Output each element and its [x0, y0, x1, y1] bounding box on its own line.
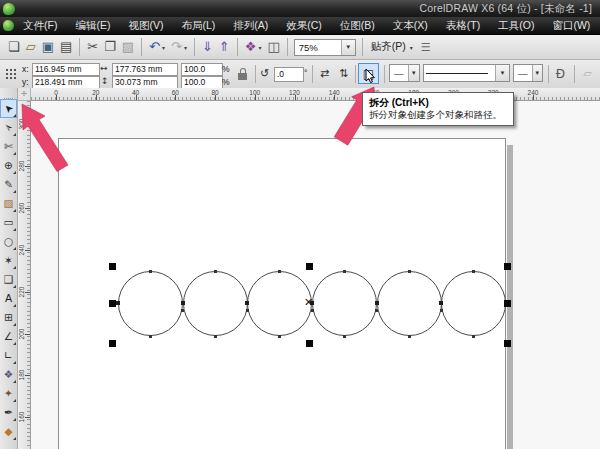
outline-style-select[interactable]: ▼	[423, 64, 510, 82]
curve-node	[472, 335, 475, 338]
rectangle-tool[interactable]: ▭	[0, 213, 17, 232]
menu-edit[interactable]: 编辑(E)	[66, 17, 119, 34]
chevron-down-icon[interactable]: ▼	[408, 65, 420, 81]
menu-effects[interactable]: 效果(C)	[277, 17, 331, 34]
redo-button[interactable]: ↷▾	[168, 37, 190, 57]
export-button[interactable]: ⇑	[216, 37, 233, 57]
menu-table[interactable]: 表格(T)	[437, 17, 489, 34]
menu-text[interactable]: 文本(X)	[384, 17, 437, 34]
toolbar-separator	[287, 38, 288, 56]
options-button[interactable]: ☰	[417, 41, 435, 54]
dimension-tool[interactable]: ∠	[0, 327, 17, 346]
menu-bitmaps[interactable]: 位图(B)	[331, 17, 384, 34]
menu-bar: 文件(F)编辑(E)视图(V)布局(L)排列(A)效果(C)位图(B)文本(X)…	[0, 17, 600, 35]
mirror-horizontal-button[interactable]: ⇄	[316, 65, 333, 82]
curve-node	[278, 270, 281, 273]
import-button[interactable]: ⇓	[199, 37, 216, 57]
wrap-text-button[interactable]: Ð	[552, 65, 569, 82]
circle-object[interactable]	[377, 271, 442, 336]
redo-dropdown-caret[interactable]: ▾	[184, 44, 187, 51]
circle-object[interactable]	[312, 271, 377, 336]
circle-object[interactable]	[247, 271, 312, 336]
undo-dropdown-caret[interactable]: ▾	[162, 44, 165, 51]
application-launcher-button[interactable]: ❖▾	[242, 37, 265, 57]
save-button[interactable]: ▣	[39, 37, 57, 57]
outline-pen-tool[interactable]: ✒	[0, 403, 17, 422]
chevron-down-icon[interactable]: ▼	[495, 65, 509, 81]
selection-handle[interactable]	[504, 300, 511, 307]
shape-tool[interactable]: ➢	[0, 118, 17, 137]
print-button[interactable]: ▤	[57, 37, 75, 57]
connector-tool[interactable]: ∟	[0, 346, 17, 365]
selection-handle[interactable]	[109, 300, 116, 307]
propbar-separator	[548, 65, 549, 83]
crop-tool[interactable]: ✄	[0, 137, 17, 156]
copy-button[interactable]: ❐	[101, 37, 119, 57]
menu-file[interactable]: 文件(F)	[14, 17, 66, 34]
menu-window[interactable]: 窗口(W)	[543, 17, 599, 34]
v-ruler-tick	[25, 166, 30, 167]
h-ruler-tick	[215, 95, 216, 100]
v-ruler-tick	[25, 334, 30, 335]
pick-tool[interactable]: ➤	[0, 99, 17, 118]
selection-handle[interactable]	[504, 340, 511, 347]
new-document-button[interactable]: ❏	[5, 37, 23, 57]
blend-tool[interactable]: ❖	[0, 365, 17, 384]
selection-handle[interactable]	[306, 340, 313, 347]
curve-node	[472, 270, 475, 273]
break-apart-button[interactable]: ◳	[358, 63, 379, 84]
circle-object[interactable]	[118, 271, 183, 336]
paste-button[interactable]: ▨	[119, 37, 137, 57]
menu-tools[interactable]: 工具(O)	[489, 17, 543, 34]
h-ruler-tick	[56, 95, 57, 100]
ruler-origin-button[interactable]: ✛	[18, 88, 31, 101]
basic-shapes-tool[interactable]: ❑	[0, 270, 17, 289]
text-tool[interactable]: A	[0, 289, 17, 308]
chevron-down-icon[interactable]: ▼	[341, 40, 355, 55]
application-launcher-dropdown-caret[interactable]: ▾	[258, 44, 261, 51]
open-button[interactable]: ▱	[23, 37, 39, 57]
eyedropper-tool[interactable]: ✦	[0, 384, 17, 403]
outline-start-arrow-value: —	[390, 68, 408, 79]
table-tool[interactable]: ⊞	[0, 308, 17, 327]
undo-button[interactable]: ↶▾	[146, 37, 168, 57]
polygon-tool[interactable]: ✶	[0, 251, 17, 270]
outline-end-arrow-select[interactable]: — ▼	[513, 64, 543, 82]
curve-node	[375, 301, 379, 305]
circle-object[interactable]	[183, 271, 248, 336]
circle-object[interactable]	[441, 271, 506, 336]
chevron-down-icon[interactable]: ▾	[410, 44, 413, 51]
basic-shapes-tool-icon: ❑	[4, 270, 13, 289]
zoom-tool[interactable]: ⊕	[0, 156, 17, 175]
polygon-tool-icon: ✶	[4, 251, 13, 270]
lock-ratio-icon[interactable]	[238, 73, 247, 80]
cut-button[interactable]: ✂	[84, 37, 101, 57]
drawing-canvas[interactable]: ✕	[31, 101, 600, 449]
mirror-vertical-button[interactable]: ⇅	[335, 65, 352, 82]
outline-start-arrow-select[interactable]: — ▼	[389, 64, 420, 82]
freehand-tool[interactable]: ✎	[0, 175, 17, 194]
selection-handle[interactable]	[306, 263, 313, 270]
menu-layout[interactable]: 布局(L)	[172, 17, 224, 34]
rotation-angle-field[interactable]: .0	[274, 67, 304, 82]
ellipse-tool[interactable]: ○	[0, 232, 17, 251]
zoom-tool-icon: ⊕	[4, 156, 13, 175]
selection-handle[interactable]	[504, 263, 511, 270]
menu-view[interactable]: 视图(V)	[119, 17, 172, 34]
chevron-down-icon[interactable]: ▼	[532, 65, 543, 81]
smart-fill-tool[interactable]: ▨	[0, 194, 17, 213]
snap-to-button[interactable]: 贴齐(P) ▾	[367, 37, 417, 57]
object-width-field[interactable]: 177.763 mm	[112, 63, 178, 76]
fill-tool[interactable]: ◆	[0, 422, 17, 441]
x-position-field[interactable]: 116.945 mm	[32, 63, 100, 76]
selection-handle[interactable]	[109, 340, 116, 347]
welcome-screen-button[interactable]: ◫	[264, 37, 282, 57]
application-launcher-icon: ❖	[245, 37, 257, 57]
curve-node	[214, 270, 217, 273]
menu-arrange[interactable]: 排列(A)	[224, 17, 277, 34]
zoom-level-select[interactable]: 75% ▼	[294, 39, 356, 56]
vertical-ruler[interactable]: 300280260240220200180160	[18, 101, 31, 449]
scale-horizontal-field[interactable]: 100.0	[181, 63, 223, 76]
horizontal-ruler[interactable]: 020406080100120140160180200220240	[31, 88, 600, 101]
selection-handle[interactable]	[109, 263, 116, 270]
